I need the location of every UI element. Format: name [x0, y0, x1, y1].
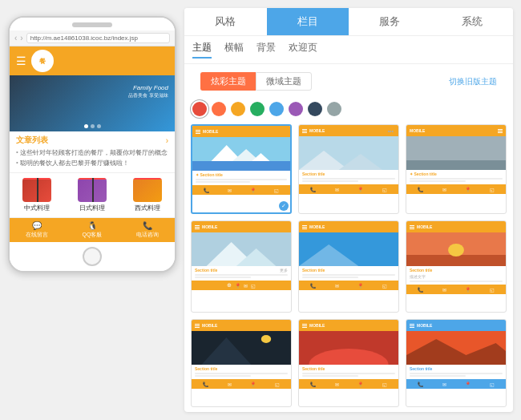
section-label-3: ✦ Section title [410, 172, 503, 176]
swatch-orange-red[interactable] [212, 102, 226, 116]
footer-icon-share-4: ◱ [251, 283, 256, 289]
swatch-purple[interactable] [289, 102, 303, 116]
section-line-7b [195, 375, 251, 377]
section-lines-4 [195, 274, 288, 278]
browser-back[interactable]: ‹ [14, 34, 17, 42]
check-badge-1: ✓ [279, 201, 289, 211]
theme-card-5[interactable]: MOBILE Section title 📞 [298, 220, 399, 313]
theme-card-9[interactable]: MOBILE Section title 📞 [406, 319, 507, 407]
footer-icon-phone-2: 📞 [310, 187, 316, 192]
footer-icon-share-6: ◱ [490, 287, 495, 293]
theme-card-7-header: MOBILE [192, 320, 291, 331]
footer-icon-msg-6: ✉ [442, 287, 446, 293]
theme-card-2-body: Section title [299, 170, 398, 184]
theme-card-7-footer: 📞 ✉ 📍 ◱ [192, 379, 291, 389]
banner-dot-3 [97, 124, 101, 128]
footer-icon-map-4: 📍 [235, 283, 240, 289]
theme-card-4[interactable]: MOBILE Section title 更多 [191, 220, 292, 313]
phone-top [10, 18, 175, 30]
theme-title-4: MOBILE [202, 224, 288, 229]
section-header-4: Section title 更多 [195, 268, 288, 273]
theme-type-colorful[interactable]: 炫彩主题 [200, 72, 256, 91]
more-dots-2: ••• [388, 128, 395, 134]
subtab-banner[interactable]: 横幅 [224, 41, 244, 59]
article-item-2[interactable]: • 聪明的餐饮人都去巴黎开餐厅赚钱啦！ [16, 159, 168, 168]
footer-icon-share-8: ◱ [382, 382, 387, 387]
footer-phone[interactable]: 📞 电话咨询 [119, 218, 175, 242]
theme-card-3-image [406, 136, 506, 170]
category-img-japanese [78, 178, 107, 202]
theme-card-2[interactable]: MOBILE ••• Section title [298, 124, 399, 214]
swatch-gray[interactable] [327, 102, 341, 116]
footer-message[interactable]: 💬 在线留言 [10, 218, 65, 242]
section-line-2b [302, 180, 358, 182]
swatch-red[interactable] [192, 102, 207, 116]
swatch-green[interactable] [250, 102, 265, 116]
section-line-3b [410, 180, 466, 182]
theme-card-7[interactable]: MOBILE Section title [191, 319, 292, 407]
subtab-bg[interactable]: 背景 [256, 41, 276, 59]
theme-type-row: 炫彩主题 微域主题 切换旧版主题 [184, 64, 513, 99]
theme-card-3-footer: 📞 ✉ 📍 ◱ [406, 184, 506, 194]
footer-icon-phone-7: 📞 [203, 382, 208, 387]
banner-dot-1 [84, 124, 88, 128]
home-button[interactable] [83, 247, 102, 266]
theme-card-9-image [406, 331, 506, 365]
footer-icon-msg-1: ✉ [228, 188, 232, 193]
theme-card-1[interactable]: MOBILE ✦ Section title [191, 124, 292, 214]
theme-card-6-image [406, 232, 506, 266]
section-line-9b [410, 375, 466, 377]
theme-card-1-body: ✦ Section title [192, 171, 290, 185]
svg-point-17 [448, 244, 464, 256]
category-western[interactable]: 西式料理 [119, 176, 175, 214]
theme-card-4-header: MOBILE [192, 221, 291, 232]
footer-qq[interactable]: 🐧 QQ客服 [65, 218, 120, 242]
svg-point-20 [261, 335, 271, 343]
category-japanese[interactable]: 日式料理 [65, 176, 120, 214]
phone-articles: 文章列表 › • 这些针对年轻顾客打造的餐厅，颠覆你对餐厅的概念 • 聪明的餐饮… [10, 131, 175, 173]
footer-icon-phone-8: 📞 [310, 382, 316, 387]
hamburger-icon[interactable]: ☰ [16, 55, 26, 67]
phone-logo: 餐 [31, 50, 54, 72]
menu-lines-9 [410, 324, 414, 328]
swatch-blue[interactable] [269, 102, 284, 116]
section-lines-8 [302, 373, 395, 377]
section-line-6a [410, 281, 503, 282]
category-label-japanese: 日式料理 [79, 204, 105, 212]
subtab-theme[interactable]: 主题 [192, 41, 212, 59]
swatch-orange[interactable] [231, 102, 245, 116]
theme-card-6-footer: 📞 ✉ 📍 ◱ [406, 285, 506, 294]
subtab-welcome[interactable]: 欢迎页 [289, 41, 317, 59]
theme-type-domain[interactable]: 微域主题 [256, 72, 312, 91]
section-label-7: Section title [195, 366, 288, 371]
theme-card-7-image [192, 331, 291, 365]
theme-card-8[interactable]: MOBILE Section title 📞 [298, 319, 399, 407]
category-chinese[interactable]: 中式料理 [10, 176, 65, 214]
theme-title-2: MOBILE [309, 128, 386, 133]
tab-lanmu[interactable]: 栏目 [267, 8, 349, 35]
swatch-dark[interactable] [308, 102, 322, 116]
footer-icon-msg-9: ✉ [442, 382, 446, 387]
theme-card-6[interactable]: MOBILE Section title 描述文字 [406, 220, 507, 313]
right-panel: 风格 栏目 服务 系统 主题 横幅 背景 欢迎页 炫彩主题 微域主题 切换旧版主… [184, 8, 513, 412]
menu-lines-2 [302, 129, 307, 133]
section-line-8b [302, 375, 358, 377]
tab-fuwu[interactable]: 服务 [349, 8, 431, 35]
vline-chinese [37, 178, 38, 202]
phone-footer: 💬 在线留言 🐧 QQ客服 📞 电话咨询 [10, 218, 175, 242]
menu-lines-3 [498, 129, 503, 133]
theme-card-3[interactable]: MOBILE ✦ Section title [406, 124, 507, 214]
switch-old-button[interactable]: 切换旧版主题 [449, 76, 505, 87]
theme-card-3-header: MOBILE [406, 125, 506, 136]
footer-icon-msg-3: ✉ [442, 187, 446, 192]
bullet-1: • [16, 148, 18, 155]
section-desc-6: 描述文字 [410, 274, 503, 279]
theme-card-9-header: MOBILE [406, 320, 506, 331]
article-item-1[interactable]: • 这些针对年轻顾客打造的餐厅，颠覆你对餐厅的概念 [16, 148, 168, 157]
article-more-arrow[interactable]: › [166, 136, 168, 145]
sub-tabs: 主题 横幅 背景 欢迎页 [184, 36, 513, 64]
browser-forward[interactable]: › [20, 34, 22, 42]
tab-fengge[interactable]: 风格 [184, 8, 267, 35]
tab-xitong[interactable]: 系统 [431, 8, 514, 35]
color-swatches [184, 99, 513, 119]
